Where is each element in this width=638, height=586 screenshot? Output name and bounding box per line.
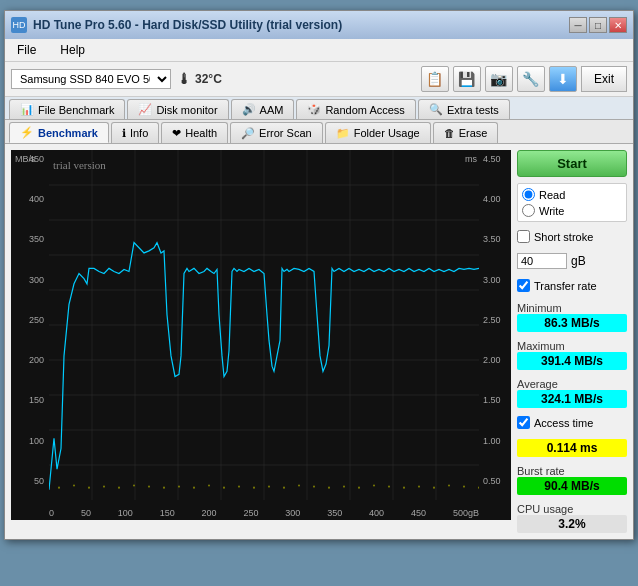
tab-extra-tests-label: Extra tests bbox=[447, 104, 499, 116]
exit-button[interactable]: Exit bbox=[581, 66, 627, 92]
y-tick-400: 400 bbox=[13, 194, 44, 204]
device-selector[interactable]: Samsung SSD 840 EVO 500G (500 GB) bbox=[11, 69, 171, 89]
svg-point-29 bbox=[223, 487, 225, 489]
write-radio[interactable] bbox=[522, 204, 535, 217]
short-stroke-row[interactable]: Short stroke bbox=[517, 228, 627, 245]
tab-benchmark-label: Benchmark bbox=[38, 127, 98, 139]
tab-benchmark[interactable]: ⚡ Benchmark bbox=[9, 122, 109, 143]
screenshot-icon-btn[interactable]: 📷 bbox=[485, 66, 513, 92]
svg-point-43 bbox=[433, 487, 435, 489]
tab-folder-usage[interactable]: 📁 Folder Usage bbox=[325, 122, 431, 143]
erase-icon: 🗑 bbox=[444, 127, 455, 139]
svg-point-25 bbox=[163, 487, 165, 489]
tab-file-benchmark[interactable]: 📊 File Benchmark bbox=[9, 99, 125, 119]
cpu-usage-label: CPU usage bbox=[517, 503, 627, 515]
svg-point-30 bbox=[238, 486, 240, 488]
svg-point-21 bbox=[103, 486, 105, 488]
tab-erase[interactable]: 🗑 Erase bbox=[433, 122, 499, 143]
y-tick-300: 300 bbox=[13, 275, 44, 285]
tab-file-benchmark-label: File Benchmark bbox=[38, 104, 114, 116]
file-benchmark-icon: 📊 bbox=[20, 103, 34, 116]
tab-disk-monitor[interactable]: 📈 Disk monitor bbox=[127, 99, 228, 119]
y-tick-right-100: 1.00 bbox=[481, 436, 511, 446]
menu-file[interactable]: File bbox=[9, 41, 44, 59]
x-tick-400: 400 bbox=[369, 508, 384, 518]
y-tick-right-050: 0.50 bbox=[481, 476, 511, 486]
x-tick-250: 250 bbox=[243, 508, 258, 518]
tab-aam[interactable]: 🔊 AAM bbox=[231, 99, 295, 119]
cpu-usage-value: 3.2% bbox=[517, 515, 627, 533]
y-tick-350: 350 bbox=[13, 234, 44, 244]
spinbox-row: gB bbox=[517, 251, 627, 271]
transfer-rate-row[interactable]: Transfer rate bbox=[517, 277, 627, 294]
app-icon: HD bbox=[11, 17, 27, 33]
tabs-row1: 📊 File Benchmark 📈 Disk monitor 🔊 AAM 🎲 … bbox=[5, 97, 633, 120]
short-stroke-label: Short stroke bbox=[534, 231, 593, 243]
tab-random-access[interactable]: 🎲 Random Access bbox=[296, 99, 415, 119]
tab-folder-usage-label: Folder Usage bbox=[354, 127, 420, 139]
main-content: MB/s ms 450 400 350 300 250 200 150 100 … bbox=[5, 144, 633, 539]
read-radio[interactable] bbox=[522, 188, 535, 201]
folder-usage-icon: 📁 bbox=[336, 127, 350, 140]
svg-point-19 bbox=[73, 485, 75, 487]
minimum-label: Minimum bbox=[517, 302, 627, 314]
info-icon: ℹ bbox=[122, 127, 126, 140]
download-icon-btn[interactable]: ⬇ bbox=[549, 66, 577, 92]
aam-icon: 🔊 bbox=[242, 103, 256, 116]
y-tick-100: 100 bbox=[13, 436, 44, 446]
maximum-block: Maximum 391.4 MB/s bbox=[517, 340, 627, 370]
title-bar-left: HD HD Tune Pro 5.60 - Hard Disk/SSD Util… bbox=[11, 17, 342, 33]
title-bar: HD HD Tune Pro 5.60 - Hard Disk/SSD Util… bbox=[5, 11, 633, 39]
read-label: Read bbox=[539, 189, 565, 201]
maximum-value: 391.4 MB/s bbox=[517, 352, 627, 370]
short-stroke-checkbox[interactable] bbox=[517, 230, 530, 243]
chart-area: MB/s ms 450 400 350 300 250 200 150 100 … bbox=[11, 150, 511, 520]
thermometer-icon: 🌡 bbox=[177, 71, 191, 87]
svg-text:trial version: trial version bbox=[53, 158, 106, 170]
transfer-rate-checkbox[interactable] bbox=[517, 279, 530, 292]
write-radio-row[interactable]: Write bbox=[522, 204, 622, 217]
toolbar: Samsung SSD 840 EVO 500G (500 GB) 🌡 32°C… bbox=[5, 62, 633, 97]
burst-rate-label: Burst rate bbox=[517, 465, 627, 477]
info-icon-btn[interactable]: 📋 bbox=[421, 66, 449, 92]
tools-icon-btn[interactable]: 🔧 bbox=[517, 66, 545, 92]
close-button[interactable]: ✕ bbox=[609, 17, 627, 33]
y-tick-right-350: 3.50 bbox=[481, 234, 511, 244]
read-radio-row[interactable]: Read bbox=[522, 188, 622, 201]
save-icon-btn[interactable]: 💾 bbox=[453, 66, 481, 92]
svg-point-28 bbox=[208, 485, 210, 487]
tab-erase-label: Erase bbox=[459, 127, 488, 139]
access-time-checkbox[interactable] bbox=[517, 416, 530, 429]
burst-rate-block: Burst rate 90.4 MB/s bbox=[517, 465, 627, 495]
benchmark-chart: trial version bbox=[49, 150, 479, 500]
svg-point-38 bbox=[358, 487, 360, 489]
title-buttons: ─ □ ✕ bbox=[569, 17, 627, 33]
health-icon: ❤ bbox=[172, 127, 181, 140]
transfer-rate-label: Transfer rate bbox=[534, 280, 597, 292]
error-scan-icon: 🔎 bbox=[241, 127, 255, 140]
tab-health[interactable]: ❤ Health bbox=[161, 122, 228, 143]
tab-disk-monitor-label: Disk monitor bbox=[156, 104, 217, 116]
svg-point-37 bbox=[343, 486, 345, 488]
y-tick-50: 50 bbox=[13, 476, 44, 486]
tab-extra-tests[interactable]: 🔍 Extra tests bbox=[418, 99, 510, 119]
average-block: Average 324.1 MB/s bbox=[517, 378, 627, 408]
gb-spinbox[interactable] bbox=[517, 253, 567, 269]
tab-info[interactable]: ℹ Info bbox=[111, 122, 159, 143]
svg-point-31 bbox=[253, 487, 255, 489]
access-time-label: Access time bbox=[534, 417, 593, 429]
y-tick-right-450: 4.50 bbox=[481, 154, 511, 164]
menu-help[interactable]: Help bbox=[52, 41, 93, 59]
tab-error-scan[interactable]: 🔎 Error Scan bbox=[230, 122, 323, 143]
disk-monitor-icon: 📈 bbox=[138, 103, 152, 116]
menu-bar: File Help bbox=[5, 39, 633, 62]
start-button[interactable]: Start bbox=[517, 150, 627, 177]
x-tick-450: 450 bbox=[411, 508, 426, 518]
maximize-button[interactable]: □ bbox=[589, 17, 607, 33]
svg-point-44 bbox=[448, 485, 450, 487]
write-label: Write bbox=[539, 205, 564, 217]
x-tick-500: 500gB bbox=[453, 508, 479, 518]
minimize-button[interactable]: ─ bbox=[569, 17, 587, 33]
extra-tests-icon: 🔍 bbox=[429, 103, 443, 116]
access-time-checkbox-row[interactable]: Access time bbox=[517, 414, 627, 431]
